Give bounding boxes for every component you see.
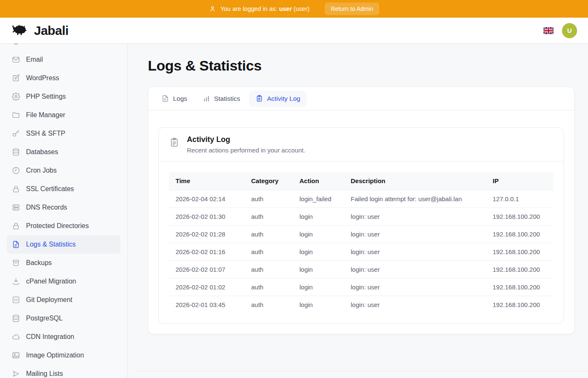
table-row: 2026-02-01 03:45authloginlogin: user192.… — [169, 296, 554, 314]
sidebar-item-label: File Manager — [26, 111, 65, 119]
sidebar-item-php-settings[interactable]: PHP Settings — [7, 87, 121, 106]
sidebar-item-label: SSL Certificates — [26, 185, 74, 193]
key-icon — [12, 129, 20, 138]
sidebar-item-label: WordPress — [26, 74, 59, 82]
column-header-description: Description — [344, 172, 486, 190]
sidebar-item-label: Backups — [26, 259, 52, 267]
page-title: Logs & Statistics — [148, 57, 575, 74]
column-header-action: Action — [293, 172, 344, 190]
cell-category: auth — [244, 226, 293, 243]
sidebar-item-cpanel-migration[interactable]: cPanel Migration — [7, 272, 121, 291]
sidebar-item-wordpress[interactable]: WordPress — [7, 69, 121, 87]
server-icon — [12, 203, 20, 212]
bar-chart-icon — [202, 94, 210, 102]
tab-label: Statistics — [214, 95, 240, 102]
cell-ip: 192.168.100.200 — [486, 278, 554, 296]
footer-divider — [134, 371, 588, 371]
cell-time: 2026-02-01 03:45 — [169, 296, 244, 314]
column-header-time: Time — [169, 172, 244, 190]
sidebar-item-email[interactable]: Email — [7, 50, 121, 69]
cell-category: auth — [244, 243, 293, 261]
cell-action: login — [293, 226, 344, 243]
cell-ip: 192.168.100.200 — [486, 226, 554, 243]
table-row: 2026-02-02 01:28authloginlogin: user192.… — [169, 226, 554, 243]
sidebar-item-label: DNS Records — [26, 204, 67, 211]
column-header-category: Category — [244, 172, 293, 190]
cell-category: auth — [244, 208, 293, 226]
sidebar-item-git-deployment[interactable]: Git Deployment — [7, 291, 121, 309]
sidebar-item-label: Logs & Statistics — [26, 241, 76, 248]
return-to-admin-button[interactable]: Return to Admin — [325, 3, 379, 15]
sidebar-item-label: Email — [26, 56, 43, 63]
cell-action: login — [293, 278, 344, 296]
tab-activity-log[interactable]: Activity Log — [249, 91, 307, 106]
sidebar-item-dns-records[interactable]: DNS Records — [7, 198, 121, 217]
cell-ip: 127.0.0.1 — [486, 190, 554, 208]
login-username: user — [279, 5, 292, 12]
table-row: 2026-02-02 01:07authloginlogin: user192.… — [169, 261, 554, 278]
sidebar-item-backups[interactable]: Backups — [7, 254, 121, 272]
lock-icon — [12, 222, 20, 230]
table-row: 2026-02-02 01:16authloginlogin: user192.… — [169, 243, 554, 261]
boar-logo-icon — [11, 24, 30, 38]
language-flag-icon[interactable] — [543, 27, 554, 34]
logs-card: LogsStatisticsActivity Log Activity Log … — [148, 87, 575, 334]
cell-category: auth — [244, 190, 293, 208]
sidebar-item-logs-statistics[interactable]: Logs & Statistics — [7, 235, 121, 254]
sidebar-item-label: PostgreSQL — [26, 315, 63, 322]
sidebar-item-label: Protected Directories — [26, 222, 89, 230]
table-row: 2026-02-02 01:30authloginlogin: user192.… — [169, 208, 554, 226]
code-icon — [12, 296, 20, 304]
cell-description: login: user — [344, 208, 486, 226]
sidebar-item-cron-jobs[interactable]: Cron Jobs — [7, 161, 121, 180]
image-icon — [12, 351, 20, 360]
folder-icon — [12, 111, 20, 119]
cell-description: login: user — [344, 226, 486, 243]
cell-ip: 192.168.100.200 — [486, 208, 554, 226]
cell-description: login: user — [344, 296, 486, 314]
sidebar-item-cdn-integration[interactable]: CDN Integration — [7, 328, 121, 346]
cell-ip: 192.168.100.200 — [486, 243, 554, 261]
tab-logs[interactable]: Logs — [155, 91, 194, 106]
cell-ip: 192.168.100.200 — [486, 261, 554, 278]
sidebar-item-ssl-certificates[interactable]: SSL Certificates — [7, 180, 121, 198]
tab-statistics[interactable]: Statistics — [196, 91, 247, 106]
cell-category: auth — [244, 296, 293, 314]
user-avatar[interactable]: U — [562, 23, 577, 38]
globe-icon — [12, 44, 20, 45]
cell-description: login: user — [344, 261, 486, 278]
sidebar-item-postgresql[interactable]: PostgreSQL — [7, 309, 121, 328]
sidebar-item-databases[interactable]: Databases — [7, 143, 121, 161]
panel-subtitle: Recent actions performed in your account… — [187, 147, 305, 154]
tab-label: Logs — [173, 95, 187, 102]
file-text-icon — [161, 94, 169, 102]
sidebar-item-partial-top[interactable] — [7, 44, 121, 50]
tab-bar: LogsStatisticsActivity Log — [148, 87, 574, 110]
sidebar-item-ssh-sftp[interactable]: SSH & SFTP — [7, 124, 121, 143]
cell-time: 2026-02-02 01:02 — [169, 278, 244, 296]
activity-log-panel: Activity Log Recent actions performed in… — [158, 127, 564, 324]
cell-time: 2026-02-02 01:28 — [169, 226, 244, 243]
brand[interactable]: Jabali — [11, 24, 68, 38]
download-icon — [12, 277, 20, 286]
sidebar-item-label: Cron Jobs — [26, 167, 57, 174]
panel-title: Activity Log — [187, 135, 305, 144]
sidebar-item-label: Image Optimization — [26, 352, 84, 359]
brand-name: Jabali — [34, 24, 68, 38]
column-header-ip: IP — [486, 172, 554, 190]
database-icon — [12, 148, 20, 156]
sidebar-item-image-optimization[interactable]: Image Optimization — [7, 346, 121, 365]
clipboard-icon — [255, 94, 263, 102]
clock-icon — [12, 166, 20, 175]
lock-icon — [12, 185, 20, 193]
sidebar-item-file-manager[interactable]: File Manager — [7, 106, 121, 124]
tab-label: Activity Log — [267, 95, 300, 102]
sidebar-item-mailing-lists[interactable]: Mailing Lists — [7, 365, 121, 378]
sidebar-item-protected-directories[interactable]: Protected Directories — [7, 217, 121, 235]
cell-description: login: user — [344, 243, 486, 261]
main-content: Logs & Statistics LogsStatisticsActivity… — [128, 44, 588, 378]
cell-time: 2026-02-02 01:07 — [169, 261, 244, 278]
sidebar-item-label: PHP Settings — [26, 93, 66, 100]
database-icon — [12, 314, 20, 323]
file-text-icon — [12, 240, 20, 249]
